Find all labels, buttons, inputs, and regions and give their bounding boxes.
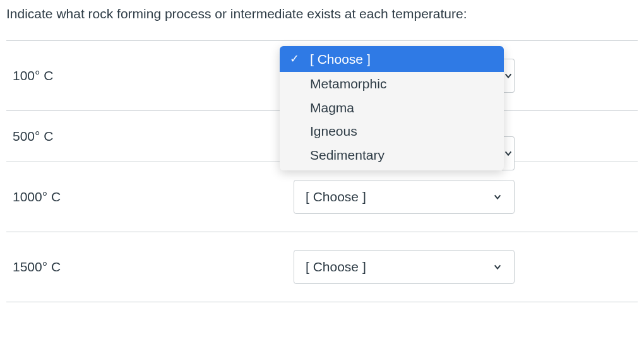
dropdown-option-label: Magma — [310, 100, 354, 115]
dropdown-option-igneous[interactable]: Igneous — [280, 119, 504, 143]
dropdown-option-label: Sedimentary — [310, 148, 385, 162]
dropdown-panel: ✓ [ Choose ] Metamorphic Magma Igneous S… — [280, 46, 504, 170]
temperature-label: 500° C — [6, 129, 294, 144]
temperature-label: 1000° C — [6, 189, 294, 204]
select-cell-1500c: [ Choose ] — [294, 250, 515, 284]
chevron-down-icon — [492, 192, 503, 202]
dropdown-option-label: Igneous — [310, 124, 357, 138]
question-row-1500c: 1500° C [ Choose ] — [6, 232, 638, 302]
select-1500c[interactable]: [ Choose ] — [294, 250, 515, 284]
dropdown-option-sedimentary[interactable]: Sedimentary — [280, 143, 504, 167]
dropdown-option-magma[interactable]: Magma — [280, 96, 504, 119]
temperature-label: 1500° C — [6, 259, 294, 275]
chevron-down-icon — [503, 71, 513, 81]
chevron-down-icon — [492, 262, 503, 272]
check-icon: ✓ — [290, 51, 299, 67]
question-row-100c: 100° C [ Choose ] ✓ [ Choose ] Metamorph… — [6, 41, 638, 111]
select-cell-1000c: [ Choose ] — [294, 180, 515, 214]
chevron-down-icon — [503, 148, 513, 158]
select-value: [ Choose ] — [306, 259, 366, 275]
select-value: [ Choose ] — [306, 189, 366, 204]
dropdown-option-choose[interactable]: ✓ [ Choose ] — [280, 46, 504, 72]
question-text: Indicate what rock forming process or in… — [6, 6, 638, 21]
dropdown-option-metamorphic[interactable]: Metamorphic — [280, 72, 504, 95]
dropdown-option-label: Metamorphic — [310, 76, 386, 91]
select-cell-100c: [ Choose ] ✓ [ Choose ] Metamorphic Magm… — [294, 59, 515, 93]
select-1000c[interactable]: [ Choose ] — [294, 180, 515, 214]
question-row-1000c: 1000° C [ Choose ] — [6, 162, 638, 232]
dropdown-option-label: [ Choose ] — [310, 52, 371, 66]
select-chevron-peek-100c — [502, 59, 515, 93]
temperature-label: 100° C — [6, 68, 294, 83]
